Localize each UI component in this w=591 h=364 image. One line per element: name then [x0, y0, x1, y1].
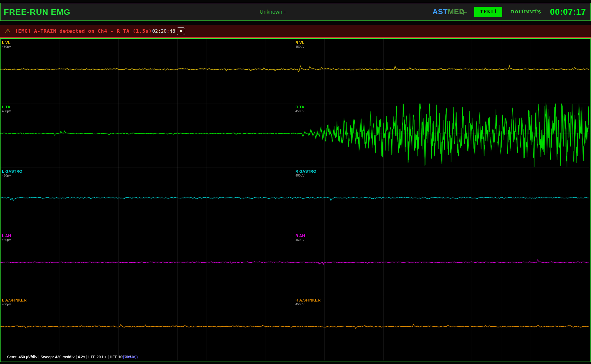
session-timer: 00:07:17: [550, 7, 586, 17]
channel-label-r-gastro: R GASTRO: [295, 169, 316, 174]
channel-scale: 450µV: [2, 45, 11, 48]
acquisition-settings: Sens: 450 µV/div | Sweep: 420 ms/div | 4…: [7, 355, 134, 359]
patient-name: Unknown -: [260, 9, 286, 15]
channel-label-r-ta: R TA: [295, 105, 304, 109]
channel-scale: 450µV: [295, 238, 304, 241]
channel-label-r-vl: R VL: [295, 40, 304, 45]
channel-scale: 450µV: [2, 238, 11, 241]
channel-label-l-vl: L VL: [2, 40, 10, 45]
warning-icon: ⚠: [5, 28, 11, 34]
logo-ast: AST: [433, 8, 448, 16]
channel-label-l-asfinker: L A.SFINKER: [2, 298, 27, 302]
channel-scale: 450µV: [295, 303, 304, 306]
channel-label-l-ta: L TA: [2, 105, 10, 109]
channel-scale: 450µV: [2, 174, 11, 177]
atrain-alert-bar: ⚠ [EMG] A-TRAIN detected on Ch4 - R TA (…: [0, 25, 591, 38]
channel-label-r-asfinker: R A.SFINKER: [295, 298, 321, 302]
header-controls: ASTMED TEKLİ BÖLÜNMÜŞ 00:07:17: [433, 7, 586, 17]
alert-message: [EMG] A-TRAIN detected on Ch4 - R TA (1.…: [15, 28, 152, 34]
channel-scale: 450µV: [295, 45, 304, 48]
alert-close-button[interactable]: ✕: [177, 27, 185, 35]
app-title: FREE-RUN EMG: [4, 7, 70, 17]
single-view-button[interactable]: TEKLİ: [474, 7, 502, 17]
channel-label-l-gastro: L GASTRO: [2, 169, 22, 174]
channel-scale: 450µV: [295, 174, 304, 177]
alert-timestamp: 02:20:48: [152, 28, 175, 34]
emg-waveform-canvas: [1, 39, 589, 360]
channel-label-r-ah: R AH: [295, 234, 305, 238]
emg-trace-area: L VL 450µV R VL 450µV L TA 450µV R TA 45…: [0, 38, 591, 362]
header-bar: FREE-RUN EMG Unknown - ASTMED TEKLİ BÖLÜ…: [0, 3, 591, 21]
speed-mode-label: (YAVAŞ): [123, 355, 138, 359]
astmed-logo: ASTMED: [433, 8, 467, 16]
channel-scale: 450µV: [295, 109, 304, 113]
heartbeat-icon: [460, 10, 467, 15]
channel-scale: 450µV: [2, 109, 11, 113]
channel-scale: 450µV: [2, 303, 11, 306]
channel-label-l-ah: L AH: [2, 234, 11, 238]
split-view-button[interactable]: BÖLÜNMÜŞ: [509, 7, 543, 17]
